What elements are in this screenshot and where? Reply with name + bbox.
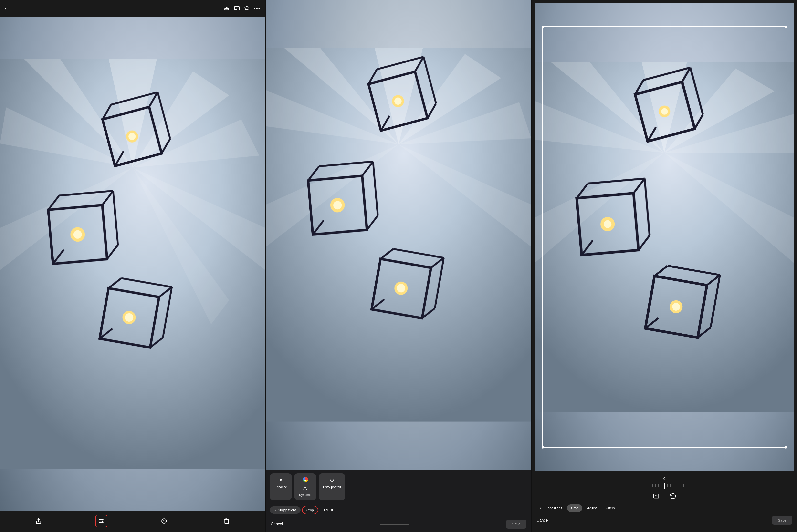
home-indicator [380, 524, 409, 525]
rotation-value: 0 [532, 477, 797, 480]
svg-point-44 [100, 519, 100, 520]
tick [654, 484, 654, 487]
star-icon[interactable] [244, 5, 249, 12]
tick [678, 484, 678, 487]
crop-overlay [542, 26, 786, 448]
aspect-ratio-button[interactable] [653, 493, 660, 499]
panel3-cancel-button[interactable]: Cancel [536, 518, 549, 522]
tick [673, 484, 673, 487]
back-icon[interactable]: ‹ [5, 5, 6, 12]
suggestions-icon: ✦ [274, 508, 277, 512]
dynamic-label: Dynamic [299, 493, 311, 497]
p3-adjust-label: Adjust [587, 506, 597, 510]
panel3: 0 [531, 0, 797, 532]
p3-adjust-tab[interactable]: Adjust [583, 505, 601, 512]
crop-tab[interactable]: Crop [302, 506, 318, 514]
edit-tools-strip: ✦ Enhance 1 △ Dynamic ☺ B&W portrait [266, 470, 531, 504]
tick [682, 484, 682, 487]
p3-suggestions-tab[interactable]: ✦ Suggestions [536, 505, 566, 512]
suggestions-label: Suggestions [278, 508, 297, 512]
crop-corner-tl[interactable] [542, 26, 544, 28]
cancel-button[interactable]: Cancel [271, 522, 283, 526]
suggestions-tab[interactable]: ✦ Suggestions [270, 506, 301, 514]
svg-point-2 [234, 10, 235, 10]
dynamic-badge: 1 [302, 477, 308, 482]
tick [681, 484, 681, 487]
enhance-icon: ✦ [279, 477, 283, 483]
upload-icon[interactable] [224, 5, 229, 12]
p3-crop-label: Crop [571, 506, 578, 510]
tick [647, 484, 647, 487]
tick [651, 484, 651, 487]
enhance-tool[interactable]: ✦ Enhance [270, 473, 292, 500]
panel1-bottom-toolbar [0, 511, 265, 532]
panel1-header: ‹ [0, 0, 265, 17]
adjust-tab[interactable]: Adjust [320, 506, 337, 514]
svg-point-45 [102, 520, 103, 521]
tick [676, 484, 676, 487]
tick-major [672, 483, 672, 488]
svg-rect-1 [235, 6, 239, 10]
tick [683, 484, 684, 487]
svg-point-49 [164, 521, 164, 521]
svg-marker-3 [244, 6, 249, 10]
enhance-label: Enhance [275, 485, 287, 489]
svg-rect-0 [225, 8, 228, 10]
save-button[interactable]: Save [506, 519, 526, 529]
portrait-icon: ☺ [329, 477, 335, 483]
share-button[interactable] [33, 515, 45, 527]
tick [661, 484, 662, 487]
center-tick [664, 483, 665, 489]
tick [658, 484, 659, 487]
delete-button[interactable] [221, 515, 233, 527]
panel3-save-button[interactable]: Save [772, 516, 792, 525]
p3-filters-label: Filters [606, 506, 615, 510]
tick [663, 484, 663, 487]
panel3-bottom: 0 [532, 474, 797, 532]
svg-point-46 [100, 522, 101, 523]
panel3-tabs-row: ✦ Suggestions Crop Adjust Filters [532, 503, 797, 513]
more-icon[interactable]: ••• [254, 6, 261, 12]
photo-display [0, 17, 265, 511]
p3-filters-tab[interactable]: Filters [602, 505, 619, 512]
p3-suggestions-icon: ✦ [539, 506, 542, 510]
p3-crop-tab[interactable]: Crop [567, 505, 582, 512]
lens-button[interactable] [158, 515, 170, 527]
panel3-action-row: Cancel Save [532, 513, 797, 528]
panel1: ‹ [0, 0, 265, 532]
rotate-button[interactable] [669, 493, 676, 499]
bw-portrait-tool[interactable]: ☺ B&W portrait [319, 473, 346, 500]
tick-major [657, 483, 657, 488]
panel2: ✦ Enhance 1 △ Dynamic ☺ B&W portrait ✦ S… [265, 0, 531, 532]
crop-tools-row [532, 489, 797, 503]
edit-button[interactable] [95, 515, 108, 527]
tick [669, 484, 669, 487]
cast-icon[interactable] [234, 5, 240, 12]
tick [667, 484, 668, 487]
panel2-bottom: ✦ Enhance 1 △ Dynamic ☺ B&W portrait ✦ S… [266, 470, 531, 532]
panel2-photo [266, 0, 531, 470]
tick [648, 484, 648, 487]
bw-portrait-label: B&W portrait [323, 485, 341, 489]
crop-tab-label: Crop [307, 508, 314, 512]
dynamic-icon: △ [303, 484, 307, 491]
adjust-label: Adjust [323, 508, 333, 512]
edit-tabs-row: ✦ Suggestions Crop Adjust [266, 504, 531, 517]
rotation-slider[interactable] [532, 482, 797, 489]
tick [652, 484, 653, 487]
panel3-crop-photo[interactable] [535, 3, 794, 471]
dynamic-tool[interactable]: 1 △ Dynamic [294, 473, 316, 500]
p3-suggestions-label: Suggestions [543, 506, 562, 510]
panel2-action-row: Cancel Save [266, 517, 531, 532]
